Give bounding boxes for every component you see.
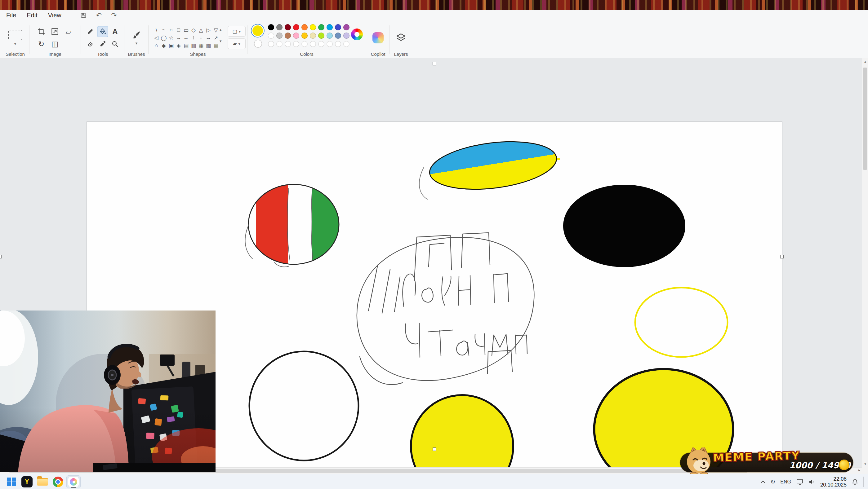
shape-cell-2-8[interactable]: ▩ — [212, 42, 220, 50]
scroll-down-icon[interactable]: ▾ — [862, 462, 868, 466]
shape-cell-0-0[interactable]: \ — [153, 26, 160, 34]
fill-bucket-tool-icon[interactable] — [97, 26, 108, 37]
color2-swatch[interactable] — [254, 40, 262, 48]
shape-cell-1-4[interactable]: ← — [182, 34, 190, 42]
shape-cell-0-3[interactable]: □ — [175, 26, 182, 34]
shape-cell-0-6[interactable]: △ — [197, 26, 205, 34]
menu-edit[interactable]: Edit — [27, 12, 37, 19]
taskbar-paint-active[interactable] — [66, 476, 81, 488]
color-slot-empty[interactable] — [310, 41, 316, 47]
rotate-icon[interactable]: ↻ — [38, 40, 44, 48]
color1-swatch[interactable] — [252, 25, 263, 36]
color-swatch[interactable] — [343, 24, 349, 30]
color-swatch[interactable] — [335, 33, 341, 39]
shape-cell-2-2[interactable]: ▣ — [167, 42, 175, 50]
canvas-resize-handle-bottom[interactable] — [433, 448, 436, 451]
color-swatch[interactable] — [285, 33, 291, 39]
color-swatch[interactable] — [293, 24, 299, 30]
color-swatch[interactable] — [335, 24, 341, 30]
color-slot-empty[interactable] — [268, 41, 274, 47]
shape-cell-1-7[interactable]: ↔ — [205, 34, 212, 42]
skew-icon[interactable]: ▱ — [66, 27, 71, 36]
taskbar-app-y[interactable]: Y — [20, 476, 34, 488]
color-swatch[interactable] — [276, 24, 282, 30]
color-swatch[interactable] — [268, 33, 274, 39]
vertical-scroll-thumb[interactable] — [863, 68, 867, 170]
shape-cell-2-6[interactable]: ▦ — [197, 42, 205, 50]
color-swatch[interactable] — [318, 33, 324, 39]
shape-cell-0-2[interactable]: ○ — [167, 26, 175, 34]
menu-view[interactable]: View — [48, 12, 61, 19]
undo-icon[interactable]: ↶ — [96, 12, 102, 19]
color-swatch[interactable] — [318, 24, 324, 30]
shapes-scroll-up-icon[interactable]: ▴ — [220, 27, 222, 32]
shape-outline-dropdown[interactable]: ▢ ▾ — [228, 26, 246, 37]
flip-icon[interactable]: ◫ — [52, 40, 59, 48]
magnifier-tool-icon[interactable] — [110, 38, 121, 50]
color-slot-empty[interactable] — [318, 41, 324, 47]
shape-cell-2-0[interactable]: ⌂ — [153, 42, 160, 50]
shape-cell-1-2[interactable]: ☆ — [167, 34, 175, 42]
scroll-right-icon[interactable]: ▸ — [858, 468, 860, 472]
canvas-resize-handle-left[interactable] — [0, 255, 2, 258]
shape-cell-1-5[interactable]: ↑ — [190, 34, 197, 42]
save-icon[interactable] — [80, 12, 87, 19]
shape-cell-0-7[interactable]: ▷ — [205, 26, 212, 34]
shape-cell-2-7[interactable]: ▧ — [205, 42, 212, 50]
display-cast-icon[interactable] — [796, 479, 804, 485]
notifications-bell-icon[interactable] — [851, 479, 858, 485]
color-swatch[interactable] — [310, 33, 316, 39]
shape-cell-1-3[interactable]: → — [175, 34, 182, 42]
shape-cell-2-3[interactable]: ◈ — [175, 42, 182, 50]
edit-colors-wheel-icon[interactable] — [351, 29, 363, 40]
pencil-tool-icon[interactable] — [85, 26, 96, 37]
copilot-icon[interactable] — [372, 32, 383, 43]
scroll-up-icon[interactable]: ▴ — [862, 60, 868, 64]
shape-cell-1-1[interactable]: ◯ — [160, 34, 167, 42]
shape-cell-1-8[interactable]: ↗ — [212, 34, 220, 42]
chevron-down-icon[interactable]: ▾ — [14, 42, 17, 46]
color-swatch[interactable] — [343, 33, 349, 39]
eraser-tool-icon[interactable] — [85, 38, 96, 50]
text-tool-icon[interactable]: A — [110, 26, 121, 37]
sync-icon[interactable]: ↻ — [770, 479, 775, 485]
shape-cell-2-5[interactable]: ▥ — [190, 42, 197, 50]
vertical-scrollbar[interactable]: ▴ ▾ — [862, 58, 868, 467]
eyedropper-tool-icon[interactable] — [97, 38, 108, 50]
selection-tool-icon[interactable] — [8, 30, 22, 40]
layers-icon[interactable] — [396, 33, 406, 43]
color-swatch[interactable] — [293, 33, 299, 39]
redo-icon[interactable]: ↷ — [111, 12, 117, 19]
color-swatch[interactable] — [276, 33, 282, 39]
color-swatch[interactable] — [302, 24, 308, 30]
color-swatch[interactable] — [285, 24, 291, 30]
tray-chevron-up-icon[interactable] — [761, 480, 765, 484]
color-swatch[interactable] — [327, 33, 333, 39]
brush-icon[interactable] — [132, 30, 141, 40]
shape-cell-0-5[interactable]: ◇ — [190, 26, 197, 34]
color-swatch[interactable] — [268, 24, 274, 30]
color-slot-empty[interactable] — [327, 41, 333, 47]
volume-icon[interactable] — [808, 479, 815, 485]
color-swatch[interactable] — [327, 24, 333, 30]
color-swatch[interactable] — [310, 24, 316, 30]
shape-cell-2-4[interactable]: ▤ — [182, 42, 190, 50]
shape-fill-dropdown[interactable]: ▰ ▾ — [228, 38, 246, 49]
shape-cell-0-4[interactable]: ▭ — [182, 26, 190, 34]
taskbar-chrome[interactable] — [51, 476, 65, 488]
shape-cell-2-1[interactable]: ◆ — [160, 42, 167, 50]
shape-cell-0-1[interactable]: ~ — [160, 26, 167, 34]
shape-cell-1-6[interactable]: ↓ — [197, 34, 205, 42]
color-slot-empty[interactable] — [302, 41, 308, 47]
shape-cell-0-8[interactable]: ▽ — [212, 26, 220, 34]
color-swatch[interactable] — [302, 33, 308, 39]
chevron-down-icon[interactable]: ▾ — [135, 41, 138, 45]
menu-file[interactable]: File — [6, 12, 16, 19]
canvas-resize-handle-right[interactable] — [780, 255, 784, 258]
crop-icon[interactable] — [37, 28, 45, 36]
show-desktop-strip[interactable] — [863, 477, 865, 487]
shape-cell-1-0[interactable]: ◁ — [153, 34, 160, 42]
shapes-scroll-down-icon[interactable]: ▾ — [220, 39, 222, 43]
language-indicator[interactable]: ENG — [780, 479, 791, 485]
taskbar-file-explorer[interactable] — [35, 476, 50, 488]
